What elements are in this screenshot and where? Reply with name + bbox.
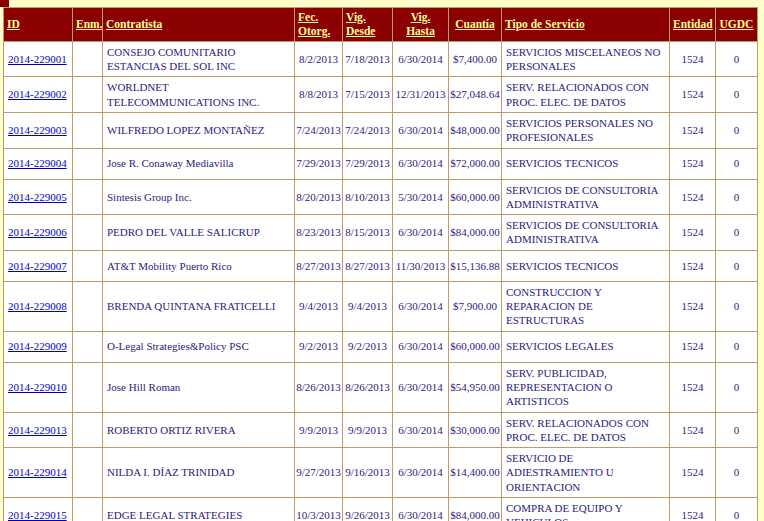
contract-id-link[interactable]: 2014-229003 — [8, 124, 67, 136]
cell-id: 2014-229006 — [4, 215, 73, 251]
contract-id-link[interactable]: 2014-229010 — [8, 381, 67, 393]
cell-contratista: EDGE LEGAL STRATEGIES — [103, 497, 295, 521]
cell-enm — [73, 179, 103, 215]
cell-contratista: NILDA I. DÍAZ TRINIDAD — [103, 448, 295, 498]
table-row: 2014-229006 PEDRO DEL VALLE SALICRUP 8/2… — [4, 215, 758, 251]
cell-ugdc: 0 — [716, 148, 758, 179]
cell-vig-hasta: 6/30/2014 — [393, 362, 449, 412]
cell-vig-desde: 8/26/2013 — [343, 362, 393, 412]
cell-id: 2014-229002 — [4, 77, 73, 113]
header-vig-hasta[interactable]: Vig. Hasta — [393, 8, 449, 42]
cell-ugdc: 0 — [716, 362, 758, 412]
cell-contratista: WILFREDO LOPEZ MONTAÑEZ — [103, 112, 295, 148]
cell-fec-otorg: 9/2/2013 — [295, 331, 343, 362]
contract-id-link[interactable]: 2014-229002 — [8, 88, 67, 100]
cell-vig-hasta: 6/30/2014 — [393, 331, 449, 362]
cell-cuantia: $15,136.88 — [449, 250, 502, 281]
cell-ugdc: 0 — [716, 77, 758, 113]
cell-contratista: BRENDA QUINTANA FRATICELLI — [103, 281, 295, 331]
cell-entidad: 1524 — [670, 112, 716, 148]
header-id[interactable]: ID — [4, 8, 73, 42]
header-ugdc[interactable]: UGDC — [716, 8, 758, 42]
cell-vig-desde: 9/2/2013 — [343, 331, 393, 362]
previous-row-fragment — [0, 0, 764, 7]
cell-fec-otorg: 8/2/2013 — [295, 41, 343, 77]
cell-id: 2014-229010 — [4, 362, 73, 412]
table-row: 2014-229013 ROBERTO ORTIZ RIVERA 9/9/201… — [4, 412, 758, 448]
table-row: 2014-229009 O-Legal Strategies&Policy PS… — [4, 331, 758, 362]
contract-id-link[interactable]: 2014-229014 — [8, 466, 67, 478]
cell-id: 2014-229005 — [4, 179, 73, 215]
cell-cuantia: $72,000.00 — [449, 148, 502, 179]
cell-tipo-servicio: SERVICIOS MISCELANEOS NO PERSONALES — [502, 41, 670, 77]
header-tipo-servicio[interactable]: Tipo de Servicio — [502, 8, 670, 42]
contract-id-link[interactable]: 2014-229004 — [8, 157, 67, 169]
cell-entidad: 1524 — [670, 497, 716, 521]
cell-enm — [73, 77, 103, 113]
header-row: ID Enm. Contratista Fec. Otorg. Vig. Des… — [4, 8, 758, 42]
header-entidad[interactable]: Entidad — [670, 8, 716, 42]
header-contratista[interactable]: Contratista — [103, 8, 295, 42]
cell-tipo-servicio: SERVICIOS DE CONSULTORIA ADMINISTRATIVA — [502, 215, 670, 251]
contract-id-link[interactable]: 2014-229005 — [8, 191, 67, 203]
cell-entidad: 1524 — [670, 77, 716, 113]
cell-entidad: 1524 — [670, 281, 716, 331]
header-vig-desde[interactable]: Vig. Desde — [343, 8, 393, 42]
cell-ugdc: 0 — [716, 448, 758, 498]
contract-id-link[interactable]: 2014-229009 — [8, 340, 67, 352]
cell-contratista: PEDRO DEL VALLE SALICRUP — [103, 215, 295, 251]
cell-entidad: 1524 — [670, 148, 716, 179]
table-row: 2014-229010 Jose Hill Roman 8/26/2013 8/… — [4, 362, 758, 412]
cell-cuantia: $54,950.00 — [449, 362, 502, 412]
cell-entidad: 1524 — [670, 362, 716, 412]
cell-tipo-servicio: SERV. PUBLICIDAD, REPRESENTACION O ARTIS… — [502, 362, 670, 412]
header-enm[interactable]: Enm. — [73, 8, 103, 42]
cell-vig-desde: 9/9/2013 — [343, 412, 393, 448]
cell-vig-hasta: 6/30/2014 — [393, 112, 449, 148]
cell-id: 2014-229004 — [4, 148, 73, 179]
cell-fec-otorg: 8/23/2013 — [295, 215, 343, 251]
header-fec-otorg[interactable]: Fec. Otorg. — [295, 8, 343, 42]
cell-tipo-servicio: CONSTRUCCION Y REPARACION DE ESTRUCTURAS — [502, 281, 670, 331]
cell-entidad: 1524 — [670, 179, 716, 215]
cell-vig-hasta: 6/30/2014 — [393, 215, 449, 251]
cell-vig-hasta: 11/30/2013 — [393, 250, 449, 281]
cell-contratista: ROBERTO ORTIZ RIVERA — [103, 412, 295, 448]
cell-id: 2014-229014 — [4, 448, 73, 498]
cell-entidad: 1524 — [670, 448, 716, 498]
table-row: 2014-229003 WILFREDO LOPEZ MONTAÑEZ 7/24… — [4, 112, 758, 148]
table-row: 2014-229002 WORLDNET TELECOMMUNICATIONS … — [4, 77, 758, 113]
cell-ugdc: 0 — [716, 179, 758, 215]
cell-fec-otorg: 8/27/2013 — [295, 250, 343, 281]
cell-vig-desde: 8/15/2013 — [343, 215, 393, 251]
cell-contratista: Sintesis Group Inc. — [103, 179, 295, 215]
cell-vig-hasta: 6/30/2014 — [393, 148, 449, 179]
cell-id: 2014-229013 — [4, 412, 73, 448]
contract-id-link[interactable]: 2014-229013 — [8, 424, 67, 436]
cell-fec-otorg: 10/3/2013 — [295, 497, 343, 521]
cell-fec-otorg: 8/8/2013 — [295, 77, 343, 113]
cell-ugdc: 0 — [716, 412, 758, 448]
contract-id-link[interactable]: 2014-229007 — [8, 260, 67, 272]
cell-id: 2014-229003 — [4, 112, 73, 148]
table-row: 2014-229005 Sintesis Group Inc. 8/20/201… — [4, 179, 758, 215]
contract-id-link[interactable]: 2014-229015 — [8, 509, 67, 521]
contract-id-link[interactable]: 2014-229006 — [8, 226, 67, 238]
contract-id-link[interactable]: 2014-229001 — [8, 53, 67, 65]
cell-entidad: 1524 — [670, 331, 716, 362]
cell-vig-desde: 8/10/2013 — [343, 179, 393, 215]
contracts-table: ID Enm. Contratista Fec. Otorg. Vig. Des… — [3, 7, 758, 521]
cell-entidad: 1524 — [670, 41, 716, 77]
cell-id: 2014-229009 — [4, 331, 73, 362]
cell-vig-hasta: 6/30/2014 — [393, 412, 449, 448]
cell-ugdc: 0 — [716, 497, 758, 521]
contract-id-link[interactable]: 2014-229008 — [8, 300, 67, 312]
table-row: 2014-229008 BRENDA QUINTANA FRATICELLI 9… — [4, 281, 758, 331]
header-cuantia[interactable]: Cuantía — [449, 8, 502, 42]
cell-enm — [73, 497, 103, 521]
cell-ugdc: 0 — [716, 215, 758, 251]
cell-tipo-servicio: SERVICIOS TECNICOS — [502, 148, 670, 179]
cell-ugdc: 0 — [716, 41, 758, 77]
cell-vig-desde: 7/15/2013 — [343, 77, 393, 113]
previous-row-cell-fragment — [0, 0, 9, 7]
